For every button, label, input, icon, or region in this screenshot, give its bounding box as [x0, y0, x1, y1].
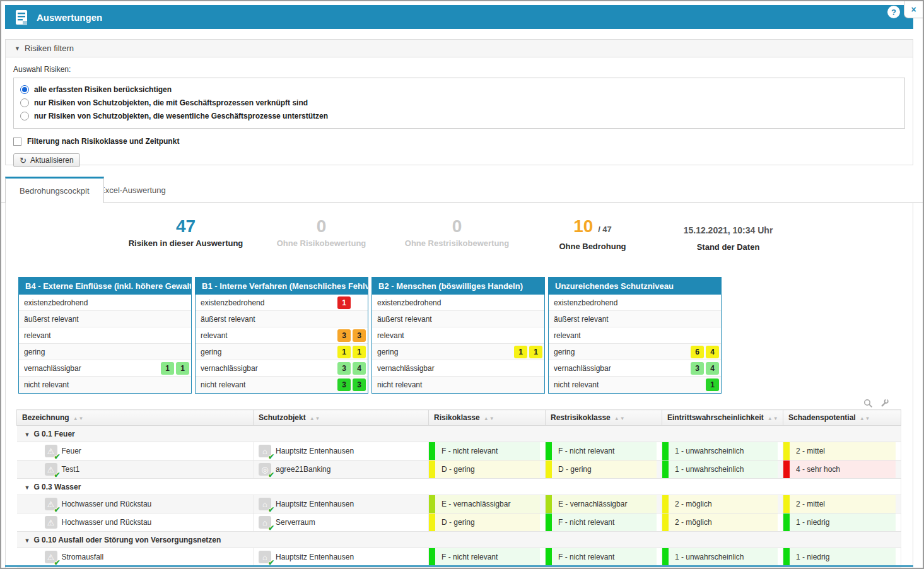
table-row[interactable]: ⚠Hochwasser und Rückstau ⌂✔Serverraum D … [17, 513, 901, 532]
sort-icons: ▲▼ [768, 416, 779, 421]
risk-icon: ⚠✔ [45, 445, 57, 457]
severity-row: relevant [19, 327, 191, 344]
filter-panel-title: Risiken filtern [25, 44, 74, 53]
help-button[interactable]: ? [887, 6, 900, 18]
threat-panel-title: B4 - Externe Einflüsse (inkl. höhere Gew… [19, 278, 191, 295]
window-titlebar: Auswertungen [5, 5, 913, 29]
filter-panel: ▼ Risiken filtern Auswahl Risiken: alle … [5, 39, 913, 165]
severity-row: äußerst relevant [549, 311, 721, 327]
level-color-bar [546, 548, 552, 566]
column-header-bezeichnung[interactable]: Bezeichnung▲▼ [17, 410, 254, 426]
horizontal-scrollbar[interactable] [5, 565, 913, 567]
sort-icons: ▲▼ [860, 416, 871, 421]
radio-option-essential-processes[interactable]: nur Risiken von Schutzobjekten, die wese… [20, 109, 898, 122]
count-badge: 4 [353, 362, 366, 375]
threat-panels: B4 - Externe Einflüsse (inkl. höhere Gew… [18, 277, 913, 394]
severity-row: relevant [549, 327, 721, 344]
damage-potential-cell: 2 - mittel [783, 442, 901, 460]
search-icon[interactable] [863, 399, 873, 408]
group-row[interactable]: ▼G 0.1 Feuer [17, 426, 901, 442]
sort-icons: ▲▼ [73, 416, 85, 421]
radio-button-selected[interactable] [20, 85, 29, 94]
severity-row: gering11 [372, 344, 544, 360]
residual-risk-class-cell: E - vernachlässigbar [546, 495, 662, 513]
refresh-button[interactable]: ↻ Aktualisieren [13, 153, 80, 167]
severity-row: existenzbedrohend [19, 295, 191, 311]
threat-panel-title: B2 - Menschen (böswilliges Handeln) [372, 278, 544, 295]
risk-class-cell: D - gering [429, 513, 546, 532]
group-row[interactable]: ▼G 0.10 Ausfall oder Störung von Versorg… [17, 532, 901, 548]
checkbox[interactable] [13, 138, 21, 146]
building-icon: ⌂✔ [259, 551, 271, 563]
probability-cell: 1 - unwahrscheinlich [662, 460, 783, 479]
level-color-bar [662, 548, 669, 566]
group-row[interactable]: ▼G 0.3 Wasser [17, 479, 901, 495]
residual-risk-class-cell: D - gering [546, 460, 662, 479]
table-header-row: Bezeichnung▲▼ Schutzobjekt▲▼ Risikoklass… [17, 410, 901, 426]
check-icon: ✔ [54, 505, 60, 514]
stat-suffix: / 47 [598, 225, 612, 234]
severity-row: relevant [372, 327, 544, 344]
table-row[interactable]: ⚠✔Stromausfall ⌂✔Hauptsitz Entenhausen F… [17, 548, 901, 566]
stat-data-timestamp: 15.12.2021, 10:34 Uhr Stand der Daten [660, 216, 796, 252]
severity-row: gering11 [196, 344, 368, 360]
question-mark-icon: ? [891, 8, 896, 17]
level-color-bar [429, 442, 435, 460]
level-color-bar [546, 495, 552, 513]
table-row[interactable]: ⚠✔Hochwasser und Rückstau ⌂✔Hauptsitz En… [17, 495, 901, 513]
count-badge: 1 [176, 362, 189, 375]
radio-button[interactable] [20, 112, 29, 120]
column-header-eintrittswahrscheinlichkeit[interactable]: Eintrittswahrscheinlichkeit▲▼ [662, 410, 783, 426]
column-header-schadenspotential[interactable]: Schadenspotential▲▼ [783, 410, 901, 426]
sort-icons: ▲▼ [614, 416, 626, 421]
severity-row: vernachlässigbar34 [196, 360, 368, 377]
filter-panel-header[interactable]: ▼ Risiken filtern [6, 40, 913, 57]
stat-without-risk-rating: 0 Ohne Risikobewertung [254, 216, 389, 252]
level-color-bar [429, 513, 435, 531]
severity-row: gering64 [549, 344, 721, 360]
close-button[interactable]: × [904, 1, 923, 18]
close-icon: × [911, 5, 916, 14]
count-badge: 1 [706, 378, 719, 391]
stat-total-risks: 47 Risiken in dieser Auswertung [118, 216, 254, 252]
severity-row: existenzbedrohend1 [196, 295, 368, 311]
page-title: Auswertungen [37, 12, 102, 23]
risk-class-cell: F - nicht relevant [429, 548, 546, 566]
filter-checkbox-row[interactable]: Filterung nach Risikoklasse und Zeitpunk… [13, 137, 905, 146]
check-icon: ✔ [268, 452, 274, 461]
count-badge: 3 [691, 362, 704, 375]
level-color-bar [429, 548, 435, 566]
level-color-bar [662, 442, 669, 460]
severity-row: äußerst relevant [372, 311, 544, 327]
column-header-restrisikoklasse[interactable]: Restrisikoklasse▲▼ [546, 410, 662, 426]
collapse-caret-icon: ▼ [15, 45, 20, 52]
collapse-caret-icon: ▼ [25, 537, 30, 544]
residual-risk-class-cell: F - nicht relevant [546, 513, 662, 532]
tab-bar: Bedrohungscockpit Excel-Auswertung [0, 177, 924, 203]
grid-toolbar [6, 394, 913, 409]
collapse-caret-icon: ▼ [25, 431, 30, 438]
risk-icon: ⚠✔ [45, 551, 57, 563]
radio-option-all-risks[interactable]: alle erfassten Risiken berücksichtigen [20, 83, 898, 96]
damage-potential-cell: 4 - sehr hoch [783, 460, 901, 479]
level-color-bar [783, 442, 790, 460]
level-color-bar [429, 460, 435, 478]
radio-button[interactable] [20, 98, 29, 107]
count-badge: 1 [161, 362, 174, 375]
table-row[interactable]: ⚠✔Feuer ⌂✔Hauptsitz Entenhausen F - nich… [17, 442, 901, 460]
wrench-icon[interactable] [879, 399, 889, 408]
severity-row: nicht relevant [372, 377, 544, 393]
tab-bedrohungscockpit[interactable]: Bedrohungscockpit [5, 177, 104, 203]
level-color-bar [429, 495, 435, 513]
table-row[interactable]: ⚠✔Test1 ◎✔agree21Banking D - gering D - … [17, 460, 901, 479]
column-header-schutzobjekt[interactable]: Schutzobjekt▲▼ [254, 410, 429, 426]
threat-panel-b2: B2 - Menschen (böswilliges Handeln) exis… [371, 277, 545, 394]
radio-option-linked-processes[interactable]: nur Risiken von Schutzobjekten, die mit … [20, 96, 898, 109]
count-badge: 1 [529, 346, 542, 358]
threat-panel-title: Unzureichendes Schutzniveau [549, 278, 721, 295]
column-header-risikoklasse[interactable]: Risikoklasse▲▼ [429, 410, 546, 426]
application-icon: ◎✔ [259, 463, 271, 476]
probability-cell: 2 - möglich [662, 495, 783, 513]
severity-row: vernachlässigbar11 [19, 360, 191, 377]
severity-row: vernachlässigbar34 [549, 360, 721, 377]
